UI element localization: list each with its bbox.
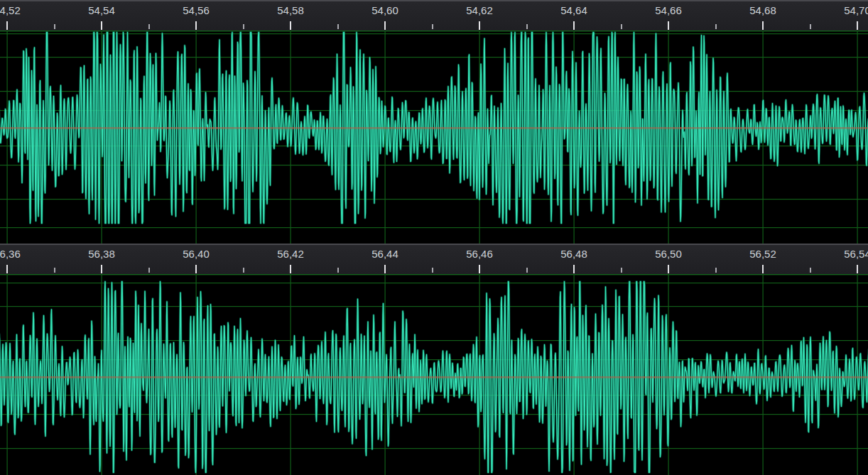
minor-tick bbox=[243, 24, 244, 29]
time-label: 56,40 bbox=[183, 248, 210, 261]
minor-tick bbox=[715, 24, 717, 29]
time-label: 54,54 bbox=[88, 4, 115, 17]
minor-tick bbox=[715, 268, 717, 273]
major-tick bbox=[290, 21, 291, 30]
major-tick bbox=[762, 265, 764, 273]
minor-tick bbox=[526, 24, 528, 29]
time-label: 56,36 bbox=[0, 248, 21, 261]
major-tick bbox=[195, 265, 197, 273]
minor-tick bbox=[337, 268, 339, 273]
major-tick bbox=[101, 265, 102, 273]
major-tick bbox=[857, 21, 858, 30]
track-pane-1: 54,5254,5454,5654,5854,6054,6254,6454,66… bbox=[0, 0, 868, 244]
time-label: 54,56 bbox=[183, 4, 210, 17]
time-label: 56,38 bbox=[88, 248, 115, 261]
time-label: 54,62 bbox=[466, 4, 493, 17]
track-pane-2: 56,3656,3856,4056,4256,4456,4656,4856,50… bbox=[0, 244, 868, 475]
time-label: 56,44 bbox=[371, 248, 398, 261]
minor-tick bbox=[54, 24, 55, 29]
minor-tick bbox=[526, 268, 528, 273]
minor-tick bbox=[337, 24, 339, 29]
major-tick bbox=[668, 21, 669, 30]
minor-tick bbox=[810, 24, 811, 29]
ruler-top-edge bbox=[0, 244, 868, 245]
minor-tick bbox=[148, 24, 150, 29]
minor-tick bbox=[621, 24, 622, 29]
waveform-display-1[interactable] bbox=[0, 31, 868, 244]
minor-tick bbox=[148, 268, 150, 273]
major-tick bbox=[6, 265, 8, 273]
time-label: 54,66 bbox=[655, 4, 682, 17]
time-label: 54,52 bbox=[0, 4, 21, 17]
major-tick bbox=[668, 265, 669, 273]
major-tick bbox=[6, 21, 8, 30]
minor-tick bbox=[810, 268, 811, 273]
audio-editor: 54,5254,5454,5654,5854,6054,6254,6454,66… bbox=[0, 0, 868, 475]
major-tick bbox=[762, 21, 764, 30]
waveform-display-2[interactable] bbox=[0, 274, 868, 475]
time-label: 54,64 bbox=[560, 4, 587, 17]
major-tick bbox=[290, 265, 291, 273]
minor-tick bbox=[432, 268, 433, 273]
timeline-ruler-2[interactable]: 56,3656,3856,4056,4256,4456,4656,4856,50… bbox=[0, 244, 868, 274]
major-tick bbox=[479, 21, 480, 30]
timeline-ruler-1[interactable]: 54,5254,5454,5654,5854,6054,6254,6454,66… bbox=[0, 0, 868, 31]
major-tick bbox=[573, 265, 575, 273]
major-tick bbox=[384, 21, 386, 30]
major-tick bbox=[101, 21, 102, 30]
minor-tick bbox=[54, 268, 55, 273]
minor-tick bbox=[621, 268, 622, 273]
time-label: 56,54 bbox=[844, 248, 868, 261]
time-label: 56,50 bbox=[655, 248, 682, 261]
time-label: 54,60 bbox=[371, 4, 398, 17]
major-tick bbox=[479, 265, 480, 273]
major-tick bbox=[857, 265, 858, 273]
major-tick bbox=[384, 265, 386, 273]
time-label: 56,52 bbox=[749, 248, 776, 261]
time-label: 56,42 bbox=[277, 248, 304, 261]
time-label: 54,58 bbox=[277, 4, 304, 17]
time-label: 54,70 bbox=[844, 4, 868, 17]
major-tick bbox=[195, 21, 197, 30]
time-label: 54,68 bbox=[749, 4, 776, 17]
time-label: 56,48 bbox=[560, 248, 587, 261]
minor-tick bbox=[432, 24, 433, 29]
major-tick bbox=[573, 21, 575, 30]
ruler-top-edge bbox=[0, 0, 868, 1]
minor-tick bbox=[243, 268, 244, 273]
time-label: 56,46 bbox=[466, 248, 493, 261]
